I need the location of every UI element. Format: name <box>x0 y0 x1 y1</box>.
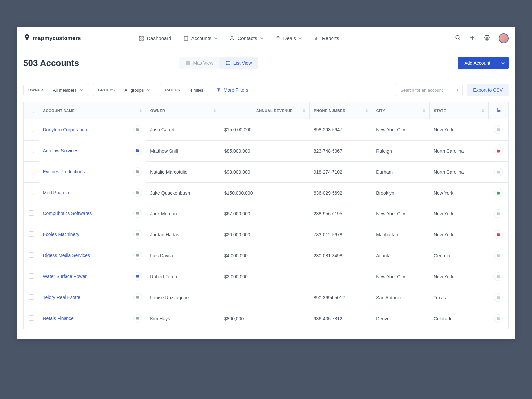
sort-icon <box>423 109 425 113</box>
revenue-cell: $15,0 00,000 <box>220 119 310 141</box>
search-icon[interactable] <box>455 35 461 42</box>
table-row: Water Surface PowerRobert Fitton$2,000,0… <box>24 266 509 287</box>
row-checkbox[interactable] <box>29 252 34 258</box>
avatar[interactable] <box>499 33 509 43</box>
radius-filter-value[interactable]: 4 miles <box>185 84 208 96</box>
col-revenue[interactable]: ANNUAL REVENUE <box>220 102 310 119</box>
groups-filter-value[interactable]: All groups <box>120 84 155 96</box>
row-checkbox[interactable] <box>29 148 34 153</box>
more-filters-button[interactable]: More Filters <box>216 87 248 93</box>
gear-icon[interactable] <box>484 35 490 42</box>
revenue-cell: $98,000,000 <box>220 161 310 182</box>
calendar-icon[interactable] <box>494 293 503 302</box>
col-owner[interactable]: OWNER <box>146 102 220 119</box>
sort-icon <box>213 109 216 113</box>
city-cell: Brooklyn <box>372 182 430 203</box>
row-checkbox[interactable] <box>29 190 34 195</box>
owner-cell: Matthew Sniff <box>146 140 220 161</box>
folder-icon[interactable] <box>133 293 142 302</box>
add-account-button[interactable]: Add Account <box>458 57 497 69</box>
svg-point-24 <box>226 64 226 64</box>
page-title: 503 Accounts <box>23 58 79 68</box>
folder-icon[interactable] <box>133 251 142 260</box>
nav-dashboard[interactable]: Dashboard <box>139 35 171 41</box>
topbar: mapmycustomers Dashboard Accounts Contac… <box>17 27 515 50</box>
radius-filter-label: RADIUS <box>160 88 185 92</box>
nav-reports[interactable]: Reports <box>314 35 339 41</box>
svg-rect-34 <box>497 129 500 129</box>
add-account-group: Add Account <box>458 57 509 69</box>
owner-filter-value[interactable]: All members <box>48 84 88 96</box>
bar-chart-icon <box>314 36 319 41</box>
account-name-link[interactable]: Med Pharma <box>43 190 69 195</box>
row-checkbox[interactable] <box>29 315 34 321</box>
state-cell: Texas <box>430 287 489 308</box>
table-row: Med PharmaJake Quackenbush$150,000,00063… <box>24 182 509 203</box>
calendar-icon[interactable] <box>494 314 503 323</box>
row-checkbox[interactable] <box>29 273 34 279</box>
account-name-link[interactable]: Compubotics Softwares <box>43 211 92 216</box>
account-name-link[interactable]: Water Surface Power <box>43 274 87 279</box>
calendar-icon[interactable] <box>494 168 503 176</box>
col-state[interactable]: STATE <box>430 102 489 119</box>
account-name-link[interactable]: Autolaw Services <box>43 148 78 153</box>
calendar-icon[interactable] <box>494 147 503 155</box>
folder-icon[interactable] <box>133 314 142 323</box>
search-input[interactable] <box>400 88 456 93</box>
nav-contacts[interactable]: Contacts <box>229 35 263 41</box>
owner-cell: Jake Quackenbush <box>146 182 220 203</box>
select-all-checkbox[interactable] <box>29 108 34 113</box>
folder-icon[interactable] <box>133 125 142 134</box>
chevron-down-icon <box>147 88 150 92</box>
calendar-icon[interactable] <box>494 189 503 197</box>
account-name-link[interactable]: Telory Real Estate <box>43 295 81 300</box>
col-configure[interactable] <box>489 102 509 119</box>
brand-logo[interactable]: mapmycustomers <box>23 33 81 44</box>
revenue-cell: $2,000,000 <box>220 266 310 287</box>
col-phone[interactable]: PHONE NUMBER <box>310 102 372 119</box>
svg-point-25 <box>457 89 458 91</box>
plus-icon[interactable] <box>469 35 475 42</box>
add-account-dropdown[interactable] <box>497 57 509 69</box>
map-view-button[interactable]: Map View <box>179 57 219 69</box>
svg-point-23 <box>226 63 226 63</box>
folder-icon[interactable] <box>133 146 142 155</box>
phone-cell: 898-293-5647 <box>310 119 372 141</box>
folder-icon[interactable] <box>133 209 142 218</box>
row-checkbox[interactable] <box>29 210 34 216</box>
search-icon <box>456 88 458 93</box>
account-name-link[interactable]: Evitines Productions <box>43 169 85 174</box>
row-checkbox[interactable] <box>29 231 34 237</box>
export-csv-button[interactable]: Export to CSV <box>467 84 509 96</box>
svg-rect-3 <box>142 39 144 40</box>
calendar-icon[interactable] <box>494 251 503 260</box>
row-checkbox[interactable] <box>29 169 34 174</box>
account-name-link[interactable]: Digess Media Services <box>43 253 90 258</box>
calendar-icon[interactable] <box>494 230 503 239</box>
folder-icon[interactable] <box>133 230 142 239</box>
col-account-name[interactable]: ACCOUNT NAME <box>39 102 146 119</box>
folder-icon[interactable] <box>133 167 142 176</box>
col-city[interactable]: CITY <box>372 102 430 119</box>
folder-icon[interactable] <box>133 188 142 197</box>
city-cell: Atlanta <box>372 245 430 266</box>
phone-cell: 783-012-5678 <box>310 224 372 245</box>
account-name-link[interactable]: Donytoro Corporation <box>43 127 87 132</box>
phone-cell: - <box>310 266 372 287</box>
list-view-button[interactable]: List View <box>219 57 258 69</box>
folder-icon[interactable] <box>133 272 142 281</box>
sort-icon <box>139 109 142 113</box>
state-cell: North Carolina <box>430 140 489 161</box>
calendar-icon[interactable] <box>494 125 503 134</box>
account-name-link[interactable]: Ecoles Machinery <box>43 232 80 237</box>
row-checkbox[interactable] <box>29 294 34 300</box>
account-name-link[interactable]: Netals Finance <box>43 316 74 321</box>
nav-deals[interactable]: Deals <box>275 35 302 41</box>
app-shell: mapmycustomers Dashboard Accounts Contac… <box>17 27 515 339</box>
svg-rect-46 <box>497 192 500 192</box>
calendar-icon[interactable] <box>494 209 503 218</box>
nav-accounts[interactable]: Accounts <box>183 35 218 41</box>
row-checkbox[interactable] <box>29 127 34 132</box>
calendar-icon[interactable] <box>494 272 503 281</box>
svg-line-26 <box>458 90 458 91</box>
